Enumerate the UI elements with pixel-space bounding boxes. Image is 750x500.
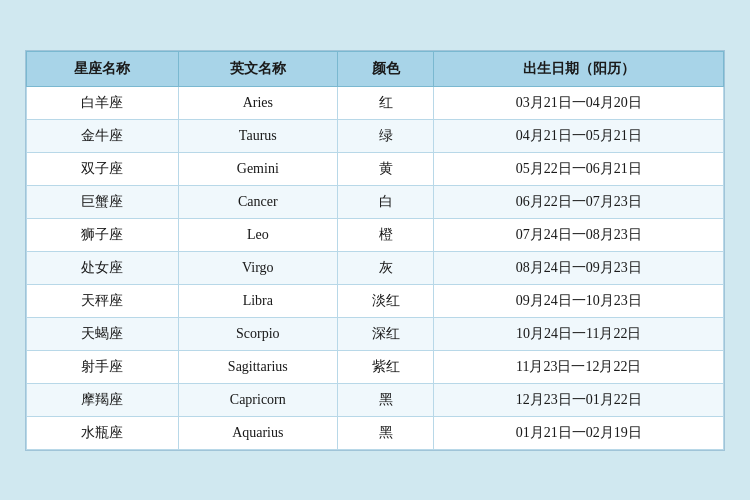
table-row: 双子座Gemini黄05月22日一06月21日	[27, 152, 724, 185]
cell-color: 黑	[337, 416, 434, 449]
table-row: 白羊座Aries红03月21日一04月20日	[27, 86, 724, 119]
table-row: 狮子座Leo橙07月24日一08月23日	[27, 218, 724, 251]
cell-color: 白	[337, 185, 434, 218]
cell-color: 红	[337, 86, 434, 119]
cell-color: 紫红	[337, 350, 434, 383]
cell-color: 绿	[337, 119, 434, 152]
cell-en: Aquarius	[178, 416, 337, 449]
cell-date: 10月24日一11月22日	[434, 317, 724, 350]
table-row: 金牛座Taurus绿04月21日一05月21日	[27, 119, 724, 152]
cell-zh: 狮子座	[27, 218, 179, 251]
cell-date: 03月21日一04月20日	[434, 86, 724, 119]
cell-date: 08月24日一09月23日	[434, 251, 724, 284]
cell-en: Capricorn	[178, 383, 337, 416]
cell-color: 灰	[337, 251, 434, 284]
cell-en: Scorpio	[178, 317, 337, 350]
table-body: 白羊座Aries红03月21日一04月20日金牛座Taurus绿04月21日一0…	[27, 86, 724, 449]
table-row: 处女座Virgo灰08月24日一09月23日	[27, 251, 724, 284]
table-row: 水瓶座Aquarius黑01月21日一02月19日	[27, 416, 724, 449]
cell-date: 09月24日一10月23日	[434, 284, 724, 317]
cell-zh: 天秤座	[27, 284, 179, 317]
zodiac-table: 星座名称 英文名称 颜色 出生日期（阳历） 白羊座Aries红03月21日一04…	[26, 51, 724, 450]
col-header-en: 英文名称	[178, 51, 337, 86]
cell-en: Virgo	[178, 251, 337, 284]
cell-zh: 射手座	[27, 350, 179, 383]
col-header-date: 出生日期（阳历）	[434, 51, 724, 86]
cell-date: 06月22日一07月23日	[434, 185, 724, 218]
col-header-zh: 星座名称	[27, 51, 179, 86]
table-row: 天秤座Libra淡红09月24日一10月23日	[27, 284, 724, 317]
cell-zh: 白羊座	[27, 86, 179, 119]
cell-zh: 金牛座	[27, 119, 179, 152]
cell-en: Taurus	[178, 119, 337, 152]
cell-date: 07月24日一08月23日	[434, 218, 724, 251]
zodiac-table-container: 星座名称 英文名称 颜色 出生日期（阳历） 白羊座Aries红03月21日一04…	[25, 50, 725, 451]
table-row: 天蝎座Scorpio深红10月24日一11月22日	[27, 317, 724, 350]
cell-zh: 水瓶座	[27, 416, 179, 449]
table-header-row: 星座名称 英文名称 颜色 出生日期（阳历）	[27, 51, 724, 86]
table-row: 巨蟹座Cancer白06月22日一07月23日	[27, 185, 724, 218]
cell-color: 黄	[337, 152, 434, 185]
cell-date: 11月23日一12月22日	[434, 350, 724, 383]
cell-en: Aries	[178, 86, 337, 119]
table-row: 射手座Sagittarius紫红11月23日一12月22日	[27, 350, 724, 383]
cell-date: 05月22日一06月21日	[434, 152, 724, 185]
cell-en: Leo	[178, 218, 337, 251]
cell-zh: 巨蟹座	[27, 185, 179, 218]
cell-color: 淡红	[337, 284, 434, 317]
cell-zh: 天蝎座	[27, 317, 179, 350]
cell-zh: 摩羯座	[27, 383, 179, 416]
cell-color: 橙	[337, 218, 434, 251]
cell-date: 12月23日一01月22日	[434, 383, 724, 416]
cell-en: Gemini	[178, 152, 337, 185]
col-header-color: 颜色	[337, 51, 434, 86]
cell-zh: 处女座	[27, 251, 179, 284]
cell-color: 深红	[337, 317, 434, 350]
table-row: 摩羯座Capricorn黑12月23日一01月22日	[27, 383, 724, 416]
cell-en: Sagittarius	[178, 350, 337, 383]
cell-en: Libra	[178, 284, 337, 317]
cell-color: 黑	[337, 383, 434, 416]
cell-zh: 双子座	[27, 152, 179, 185]
cell-en: Cancer	[178, 185, 337, 218]
cell-date: 04月21日一05月21日	[434, 119, 724, 152]
cell-date: 01月21日一02月19日	[434, 416, 724, 449]
